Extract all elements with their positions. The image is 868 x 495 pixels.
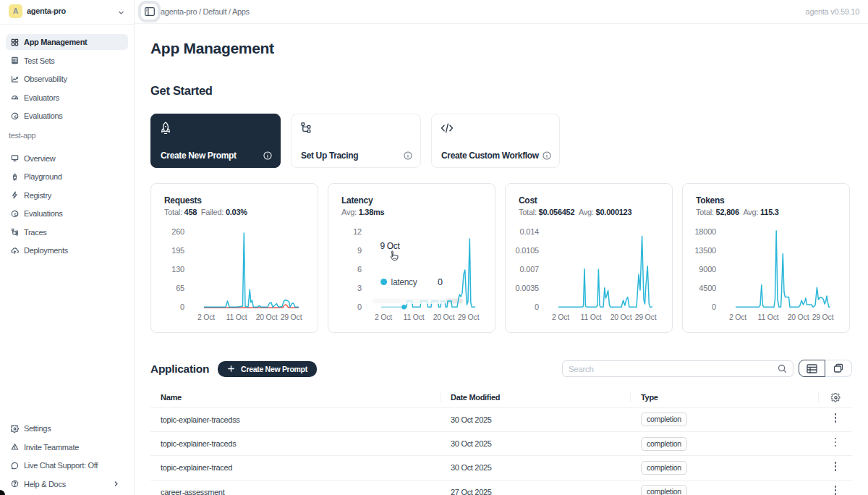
svg-text:11 Oct: 11 Oct — [581, 313, 602, 321]
svg-text:3: 3 — [357, 284, 362, 292]
svg-text:Tokens: Tokens — [696, 195, 725, 206]
svg-text:Total: 52,806 Avg: 115.3: Total: 52,806 Avg: 115.3 — [696, 208, 779, 216]
svg-text:2 Oct: 2 Oct — [552, 313, 569, 321]
svg-text:29 Oct: 29 Oct — [812, 313, 834, 321]
svg-text:0: 0 — [535, 302, 539, 311]
svg-text:2 Oct: 2 Oct — [197, 313, 215, 321]
svg-text:2 Oct: 2 Oct — [729, 313, 746, 321]
svg-text:9: 9 — [357, 246, 362, 255]
svg-text:0.014: 0.014 — [519, 227, 539, 236]
svg-text:29 Oct: 29 Oct — [635, 313, 657, 321]
svg-text:0.0105: 0.0105 — [516, 246, 540, 255]
svg-text:13500: 13500 — [694, 246, 716, 255]
svg-text:Requests: Requests — [164, 195, 202, 206]
svg-text:9000: 9000 — [699, 265, 716, 274]
svg-text:11 Oct: 11 Oct — [758, 313, 779, 321]
svg-text:Latency: Latency — [341, 195, 373, 206]
svg-text:4500: 4500 — [699, 284, 716, 292]
svg-text:0.007: 0.007 — [519, 265, 539, 274]
svg-text:12: 12 — [353, 227, 362, 236]
svg-text:130: 130 — [171, 265, 184, 274]
svg-text:195: 195 — [171, 246, 184, 255]
svg-text:Avg: 1.38ms: Avg: 1.38ms — [341, 208, 385, 216]
svg-text:0.0035: 0.0035 — [516, 284, 540, 292]
svg-text:20 Oct: 20 Oct — [433, 313, 455, 321]
svg-text:Cost: Cost — [519, 195, 537, 206]
svg-text:6: 6 — [357, 265, 362, 274]
svg-text:0: 0 — [357, 302, 362, 311]
svg-text:2 Oct: 2 Oct — [375, 313, 392, 321]
svg-text:260: 260 — [171, 227, 184, 236]
svg-text:65: 65 — [176, 284, 184, 292]
svg-text:0: 0 — [180, 302, 184, 311]
svg-text:11 Oct: 11 Oct — [226, 313, 247, 321]
svg-text:20 Oct: 20 Oct — [610, 313, 632, 321]
svg-text:Total: $0.056452 Avg: $0.0001: Total: $0.056452 Avg: $0.000123 — [519, 208, 631, 216]
svg-text:0: 0 — [438, 277, 443, 287]
svg-text:Total: 458 Failed: 0.03%: Total: 458 Failed: 0.03% — [164, 208, 247, 216]
svg-text:9 Oct: 9 Oct — [380, 241, 400, 251]
svg-text:18000: 18000 — [694, 227, 716, 236]
svg-text:20 Oct: 20 Oct — [788, 313, 809, 321]
svg-text:29 Oct: 29 Oct — [281, 313, 302, 321]
svg-text:latency: latency — [391, 277, 417, 287]
svg-text:11 Oct: 11 Oct — [404, 313, 425, 321]
svg-text:29 Oct: 29 Oct — [458, 313, 480, 321]
svg-text:20 Oct: 20 Oct — [256, 313, 278, 321]
svg-text:0: 0 — [712, 302, 716, 311]
